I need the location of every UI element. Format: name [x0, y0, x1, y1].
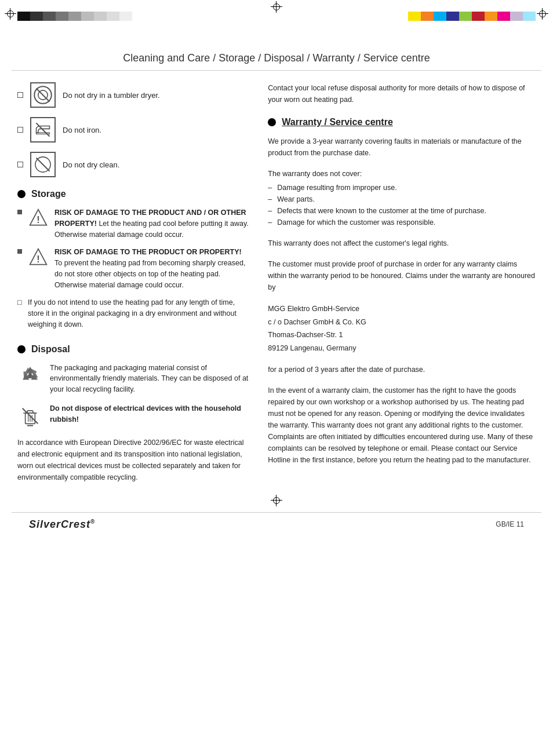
- recycle-icon: [17, 363, 43, 388]
- warranty-not-cover-label: The warranty does not cover:: [268, 168, 536, 180]
- svg-line-6: [37, 158, 50, 171]
- address-line-2: c / o Dachser GmbH & Co. KG: [268, 316, 536, 329]
- left-column: Do not dry in a tumbler dryer. Do not ir…: [17, 82, 250, 483]
- address-line-1: MGG Elektro GmbH-Service: [268, 302, 536, 316]
- storage-note-bullet: □: [17, 297, 23, 330]
- storage-warning-2: ! RISK OF DAMAGE TO THE PRODUCT OR PROPE…: [17, 247, 250, 290]
- checkbox-1: [17, 92, 23, 98]
- exclusion-2: Wear parts.: [268, 193, 536, 205]
- page-number: GB/IE 11: [496, 520, 524, 528]
- disposal-ewaste-text: Do not dispose of electrical devices wit…: [50, 403, 250, 425]
- warranty-heading: Warranty / Service centre: [268, 117, 536, 127]
- svg-text:!: !: [37, 254, 39, 264]
- warning-bullet-2: [17, 249, 22, 254]
- disposal-ewaste-item: Do not dispose of electrical devices wit…: [17, 403, 250, 429]
- address-line-3: Thomas-Dachser-Str. 1: [268, 328, 536, 342]
- warning-triangle-icon-1: !: [28, 207, 49, 228]
- care-symbol-1: Do not dry in a tumbler dryer.: [17, 82, 250, 108]
- checkbox-3: [17, 162, 23, 167]
- period-text: for a period of 3 years after the date o…: [268, 364, 536, 375]
- warranty-exclusions-list: Damage resulting from improper use. Wear…: [268, 182, 536, 228]
- ewaste-icon: [17, 403, 43, 429]
- footer: SilverCrest® GB/IE 11: [12, 512, 541, 536]
- legal-rights-text: This warranty does not affect the custom…: [268, 238, 536, 249]
- disposal-heading: Disposal: [17, 344, 250, 355]
- right-color-bar: [408, 12, 536, 21]
- warranty-address: MGG Elektro GmbH-Service c / o Dachser G…: [268, 302, 536, 355]
- disposal-bullet: [17, 345, 26, 353]
- care-label-2: Do not iron.: [63, 126, 101, 134]
- warranty-intro: We provide a 3-year warranty covering fa…: [268, 136, 536, 159]
- disposal-contact-text: Contact your local refuse disposal autho…: [268, 82, 536, 105]
- storage-warning-text-2: RISK OF DAMAGE TO THE PRODUCT OR PROPERT…: [54, 247, 250, 290]
- warning-bullet-1: [17, 210, 22, 214]
- no-dry-clean-icon: [30, 152, 56, 177]
- storage-heading: Storage: [17, 189, 250, 199]
- storage-note: □ If you do not intend to use the heatin…: [17, 297, 250, 330]
- exclusion-1: Damage resulting from improper use.: [268, 182, 536, 193]
- care-label-3: Do not dry clean.: [63, 160, 119, 169]
- address-line-4: 89129 Langenau, Germany: [268, 342, 536, 355]
- left-color-bar: [17, 12, 132, 21]
- care-label-1: Do not dry in a tumbler dryer.: [63, 91, 160, 100]
- exclusion-3: Defects that were known to the customer …: [268, 205, 536, 217]
- care-symbol-2: Do not iron.: [17, 117, 250, 143]
- warranty-bullet: [268, 118, 276, 126]
- right-column: Contact your local refuse disposal autho…: [268, 82, 536, 483]
- storage-warning-1: ! RISK OF DAMAGE TO THE PRODUCT AND / OR…: [17, 207, 250, 240]
- proof-text: The customer must provide proof of purch…: [268, 258, 536, 293]
- brand-logo: SilverCrest®: [29, 518, 95, 531]
- storage-warning-text-1: RISK OF DAMAGE TO THE PRODUCT AND / OR O…: [54, 207, 250, 240]
- care-symbol-3: Do not dry clean.: [17, 152, 250, 177]
- disposal-recycle-item: The packaging and packaging material con…: [17, 363, 250, 395]
- checkbox-2: [17, 127, 23, 133]
- storage-bullet: [17, 190, 26, 198]
- disposal-directive-text: In accordance with European Directive 20…: [17, 437, 250, 483]
- warranty-detail-text: In the event of a warranty claim, the cu…: [268, 385, 536, 466]
- no-tumble-dry-icon: [30, 82, 56, 108]
- exclusion-4: Damage for which the customer was respon…: [268, 217, 536, 228]
- no-iron-icon: [30, 117, 56, 143]
- page-title: Cleaning and Care / Storage / Disposal /…: [12, 46, 541, 71]
- svg-text:!: !: [37, 214, 39, 225]
- warning-triangle-icon-2: !: [28, 247, 49, 268]
- disposal-recycle-text: The packaging and packaging material con…: [50, 363, 250, 395]
